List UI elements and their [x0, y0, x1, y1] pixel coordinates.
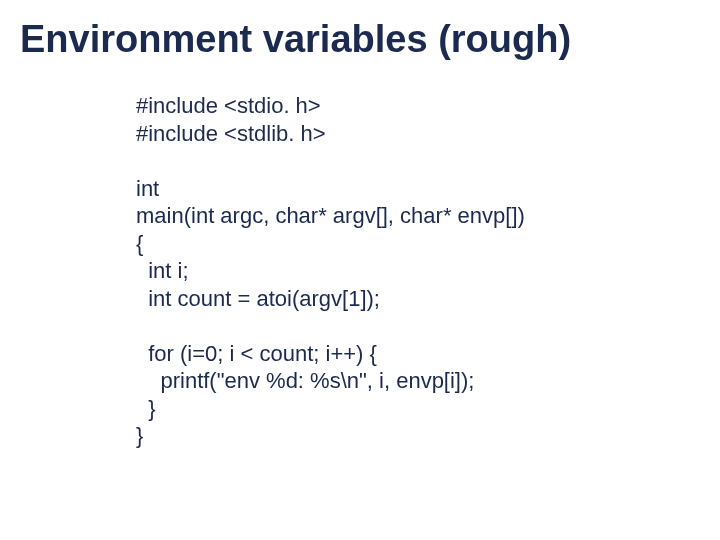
slide-title: Environment variables (rough)	[20, 18, 571, 61]
slide: Environment variables (rough) #include <…	[0, 0, 720, 540]
code-block: #include <stdio. h> #include <stdlib. h>…	[136, 92, 525, 450]
